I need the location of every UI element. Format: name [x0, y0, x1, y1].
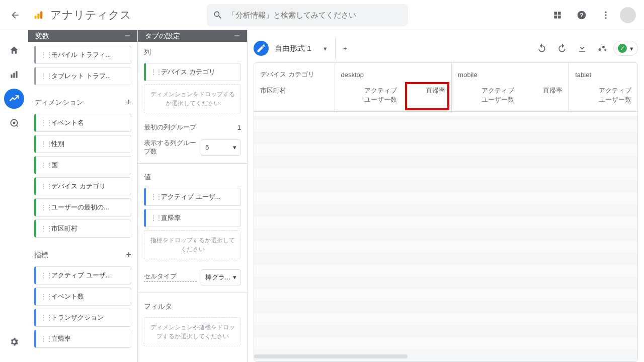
- sub-active: アクティブ ユーザー数: [364, 87, 397, 103]
- columns-dropzone[interactable]: ディメンションをドロップするか選択してください: [144, 84, 241, 113]
- help-icon[interactable]: ?: [572, 5, 592, 25]
- app-title: アナリティクス: [50, 8, 131, 23]
- svg-point-16: [13, 122, 16, 124]
- svg-text:?: ?: [580, 12, 583, 18]
- pencil-icon: [256, 43, 266, 53]
- rows-shown-label: 表示する列グループ数: [144, 139, 197, 156]
- rail-ads[interactable]: [4, 113, 24, 133]
- celltype-select[interactable]: 棒グラ... ▾: [201, 269, 241, 285]
- rail-admin[interactable]: [4, 332, 24, 352]
- value-chip[interactable]: ⋮⋮アクティブ ユーザ...: [144, 188, 241, 206]
- segment-chip[interactable]: ⋮⋮モバイル トラフィ...: [34, 46, 131, 64]
- svg-rect-5: [554, 15, 557, 18]
- dimension-chip[interactable]: ⋮⋮イベント名: [34, 114, 131, 132]
- redo-button[interactable]: [553, 39, 571, 57]
- analytics-logo: [30, 7, 46, 23]
- col-group-desktop: desktop: [341, 71, 364, 79]
- dimension-chip[interactable]: ⋮⋮デバイス カテゴリ: [34, 177, 131, 195]
- svg-rect-6: [558, 15, 561, 18]
- search-input[interactable]: [228, 11, 402, 19]
- dimension-chip[interactable]: ⋮⋮市区町村: [34, 220, 131, 238]
- svg-rect-3: [554, 12, 557, 15]
- svg-point-11: [605, 17, 606, 19]
- value-chip[interactable]: ⋮⋮直帰率: [144, 209, 241, 227]
- values-header: 値: [144, 173, 151, 182]
- dimension-chip[interactable]: ⋮⋮ユーザーの最初の...: [34, 198, 131, 216]
- sub-bounce: 直帰率: [543, 87, 562, 94]
- undo-button[interactable]: [533, 39, 551, 57]
- download-button[interactable]: [573, 39, 591, 57]
- metric-chip[interactable]: ⋮⋮イベント数: [34, 287, 131, 306]
- header-city: 市区町村: [260, 87, 286, 94]
- search-container[interactable]: [207, 4, 408, 26]
- edit-mode-badge[interactable]: [254, 41, 269, 56]
- more-vert-icon[interactable]: [596, 5, 616, 25]
- filter-dropzone[interactable]: ディメンションや指標をドロップするか選択してください: [144, 317, 241, 346]
- variables-header: 変数 −: [28, 30, 137, 42]
- avatar[interactable]: [620, 7, 636, 23]
- columns-header: 列: [144, 48, 151, 57]
- search-icon: [213, 10, 223, 20]
- col-group-mobile: mobile: [458, 71, 477, 79]
- blurred-data: [254, 116, 637, 361]
- rail-reports[interactable]: [4, 64, 24, 85]
- start-col-group-label: 最初の列グループ: [144, 123, 233, 132]
- add-metric[interactable]: +: [126, 250, 131, 260]
- highlight-box: [405, 82, 449, 110]
- report-table: デバイス カテゴリ desktop mobile tablet 市区町村 アクテ…: [254, 62, 638, 362]
- collapse-variables[interactable]: −: [124, 30, 130, 42]
- chevron-down-icon: ▾: [233, 143, 236, 151]
- rail-explore[interactable]: [4, 89, 24, 109]
- svg-rect-12: [11, 75, 12, 78]
- apps-icon[interactable]: [547, 5, 568, 25]
- metric-chip[interactable]: ⋮⋮直帰率: [34, 330, 131, 348]
- svg-rect-1: [37, 13, 39, 19]
- svg-point-10: [605, 14, 606, 16]
- segment-chip[interactable]: ⋮⋮タブレット トラフ...: [34, 67, 131, 85]
- arrow-left-icon: [10, 10, 20, 20]
- add-dimension[interactable]: +: [126, 97, 131, 108]
- add-tab-button[interactable]: +: [335, 38, 355, 58]
- celltype-label: セルタイプ: [144, 272, 197, 282]
- values-dropzone[interactable]: 指標をドロップするか選択してください: [144, 230, 241, 259]
- dimension-header: ディメンション: [34, 98, 84, 107]
- metric-chip[interactable]: ⋮⋮トランザクション: [34, 309, 131, 327]
- sub-active: アクティブ ユーザー数: [599, 87, 631, 103]
- report-dropdown[interactable]: ▾: [324, 45, 327, 52]
- start-col-group-value: 1: [237, 124, 241, 131]
- check-icon: ✓: [618, 44, 627, 53]
- svg-rect-14: [16, 71, 17, 78]
- header-device: デバイス カテゴリ: [260, 70, 314, 78]
- collapse-tab-settings[interactable]: −: [234, 30, 240, 42]
- variables-title: 変数: [35, 32, 49, 41]
- svg-point-9: [605, 11, 606, 13]
- tab-settings-title: タブの設定: [145, 32, 180, 41]
- svg-rect-13: [13, 73, 15, 78]
- column-chip[interactable]: ⋮⋮デバイス カテゴリ: [144, 63, 241, 81]
- metric-header: 指標: [34, 251, 48, 260]
- dimension-chip[interactable]: ⋮⋮性別: [34, 135, 131, 153]
- dimension-chip[interactable]: ⋮⋮国: [34, 156, 131, 174]
- rail-home[interactable]: [4, 40, 24, 60]
- svg-rect-0: [35, 15, 37, 19]
- chevron-down-icon: ▾: [630, 45, 633, 52]
- horizontal-scrollbar[interactable]: [254, 353, 637, 358]
- svg-rect-4: [558, 12, 561, 15]
- metric-chip[interactable]: ⋮⋮アクティブ ユーザ...: [34, 266, 131, 284]
- sub-active: アクティブ ユーザー数: [481, 87, 514, 103]
- sync-status[interactable]: ✓ ▾: [613, 41, 638, 56]
- svg-rect-2: [40, 11, 42, 19]
- report-title: 自由形式 1: [275, 44, 311, 53]
- chevron-down-icon: ▾: [233, 273, 236, 281]
- left-rail: [0, 30, 28, 362]
- filter-header: フィルタ: [144, 302, 172, 311]
- share-button[interactable]: [593, 39, 611, 57]
- col-group-tablet: tablet: [575, 71, 591, 79]
- rows-shown-select[interactable]: 5 ▾: [201, 139, 241, 156]
- tab-settings-header: タブの設定 −: [138, 30, 247, 42]
- back-button[interactable]: [4, 4, 26, 26]
